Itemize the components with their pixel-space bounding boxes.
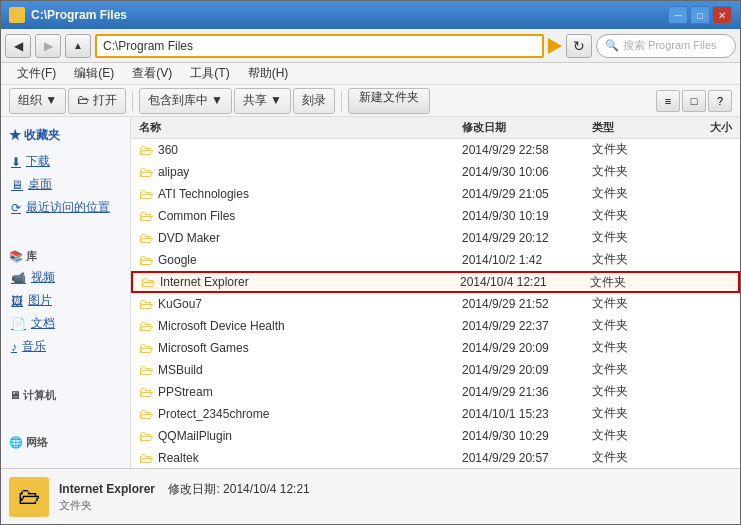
file-name-cell: 🗁 Common Files bbox=[139, 208, 462, 224]
sidebar-video-label: 视频 bbox=[31, 269, 55, 286]
up-button[interactable]: ▲ bbox=[65, 34, 91, 58]
col-size-header[interactable]: 大小 bbox=[672, 120, 732, 135]
file-date-cell: 2014/9/29 20:12 bbox=[462, 231, 592, 245]
status-selected-type: 文件夹 bbox=[59, 498, 310, 513]
file-date-cell: 2014/10/2 1:42 bbox=[462, 253, 592, 267]
file-name-cell: 🗁 Protect_2345chrome bbox=[139, 406, 462, 422]
file-name-text: PPStream bbox=[158, 385, 213, 399]
file-name-text: Microsoft Games bbox=[158, 341, 249, 355]
sidebar-desktop-label: 桌面 bbox=[28, 176, 52, 193]
sidebar-recent-label: 最近访问的位置 bbox=[26, 199, 110, 216]
file-date-cell: 2014/9/29 21:52 bbox=[462, 297, 592, 311]
music-icon: ♪ bbox=[11, 340, 17, 354]
file-type-cell: 文件夹 bbox=[592, 295, 672, 312]
sidebar-item-documents[interactable]: 📄 文档 bbox=[5, 312, 126, 335]
file-name-cell: 🗁 Microsoft Games bbox=[139, 340, 462, 356]
package-button[interactable]: 包含到库中 ▼ bbox=[139, 88, 232, 114]
file-type-cell: 文件夹 bbox=[592, 163, 672, 180]
file-type-cell: 文件夹 bbox=[592, 449, 672, 466]
sidebar-item-pictures[interactable]: 🖼 图片 bbox=[5, 289, 126, 312]
maximize-button[interactable]: □ bbox=[690, 6, 710, 24]
file-name-cell: 🗁 360 bbox=[139, 142, 462, 158]
search-placeholder: 搜索 Program Files bbox=[623, 38, 717, 53]
back-button[interactable]: ◀ bbox=[5, 34, 31, 58]
computer-section: 🖥 计算机 bbox=[5, 386, 126, 405]
col-type-header[interactable]: 类型 bbox=[592, 120, 672, 135]
file-date-cell: 2014/9/30 10:29 bbox=[462, 429, 592, 443]
table-row[interactable]: 🗁 QQMailPlugin 2014/9/30 10:29 文件夹 bbox=[131, 425, 740, 447]
file-list-header: 名称 修改日期 类型 大小 bbox=[131, 117, 740, 139]
file-type-cell: 文件夹 bbox=[592, 383, 672, 400]
help-button[interactable]: ? bbox=[708, 90, 732, 112]
network-title[interactable]: 🌐 网络 bbox=[5, 433, 126, 452]
organize-button[interactable]: 组织 ▼ bbox=[9, 88, 66, 114]
share-button[interactable]: 共享 ▼ bbox=[234, 88, 291, 114]
main-content: ★ 收藏夹 ⬇ 下载 🖥 桌面 ⟳ 最近访问的位置 📚 库 📹 bbox=[1, 117, 740, 468]
file-type-cell: 文件夹 bbox=[592, 207, 672, 224]
table-row[interactable]: 🗁 PPStream 2014/9/29 21:36 文件夹 bbox=[131, 381, 740, 403]
file-name-cell: 🗁 Google bbox=[139, 252, 462, 268]
nav-bar: ◀ ▶ ▲ C:\Program Files ↻ 🔍 搜索 Program Fi… bbox=[1, 29, 740, 63]
folder-icon: 🗁 bbox=[139, 450, 153, 466]
menu-edit[interactable]: 编辑(E) bbox=[66, 63, 122, 84]
file-type-cell: 文件夹 bbox=[592, 405, 672, 422]
address-bar-container: C:\Program Files bbox=[95, 34, 544, 58]
menu-bar: 文件(F) 编辑(E) 查看(V) 工具(T) 帮助(H) bbox=[1, 63, 740, 85]
file-name-text: Google bbox=[158, 253, 197, 267]
status-info: Internet Explorer 修改日期: 2014/10/4 12:21 … bbox=[59, 481, 310, 513]
favorites-title[interactable]: ★ 收藏夹 bbox=[5, 125, 126, 146]
forward-button[interactable]: ▶ bbox=[35, 34, 61, 58]
table-row[interactable]: 🗁 360 2014/9/29 22:58 文件夹 bbox=[131, 139, 740, 161]
table-row[interactable]: 🗁 Internet Explorer 2014/10/4 12:21 文件夹 bbox=[131, 271, 740, 293]
table-row[interactable]: 🗁 MSBuild 2014/9/29 20:09 文件夹 bbox=[131, 359, 740, 381]
file-type-cell: 文件夹 bbox=[592, 361, 672, 378]
sidebar-item-recent[interactable]: ⟳ 最近访问的位置 bbox=[5, 196, 126, 219]
file-name-text: Internet Explorer bbox=[160, 275, 249, 289]
table-row[interactable]: 🗁 DVD Maker 2014/9/29 20:12 文件夹 bbox=[131, 227, 740, 249]
table-row[interactable]: 🗁 alipay 2014/9/30 10:06 文件夹 bbox=[131, 161, 740, 183]
new-folder-button[interactable]: 新建文件夹 bbox=[348, 88, 430, 114]
file-name-cell: 🗁 QQMailPlugin bbox=[139, 428, 462, 444]
sidebar-item-desktop[interactable]: 🖥 桌面 bbox=[5, 173, 126, 196]
col-date-header[interactable]: 修改日期 bbox=[462, 120, 592, 135]
computer-title[interactable]: 🖥 计算机 bbox=[5, 386, 126, 405]
sidebar-item-video[interactable]: 📹 视频 bbox=[5, 266, 126, 289]
table-row[interactable]: 🗁 KuGou7 2014/9/29 21:52 文件夹 bbox=[131, 293, 740, 315]
table-row[interactable]: 🗁 Protect_2345chrome 2014/10/1 15:23 文件夹 bbox=[131, 403, 740, 425]
table-row[interactable]: 🗁 Google 2014/10/2 1:42 文件夹 bbox=[131, 249, 740, 271]
folder-icon: 🗁 bbox=[139, 296, 153, 312]
sidebar-item-music[interactable]: ♪ 音乐 bbox=[5, 335, 126, 358]
table-row[interactable]: 🗁 Realtek 2014/9/29 20:57 文件夹 bbox=[131, 447, 740, 468]
close-button[interactable]: ✕ bbox=[712, 6, 732, 24]
minimize-button[interactable]: ─ bbox=[668, 6, 688, 24]
refresh-button[interactable]: ↻ bbox=[566, 34, 592, 58]
sidebar-item-downloads[interactable]: ⬇ 下载 bbox=[5, 150, 126, 173]
menu-view[interactable]: 查看(V) bbox=[124, 63, 180, 84]
title-bar: C:\Program Files ─ □ ✕ bbox=[1, 1, 740, 29]
toolbar-divider-1 bbox=[132, 91, 133, 111]
file-date-cell: 2014/9/29 20:09 bbox=[462, 363, 592, 377]
folder-icon: 🗁 bbox=[139, 318, 153, 334]
burn-button[interactable]: 刻录 bbox=[293, 88, 335, 114]
file-list: 名称 修改日期 类型 大小 🗁 360 2014/9/29 22:58 文件夹 … bbox=[131, 117, 740, 468]
table-row[interactable]: 🗁 Microsoft Device Health 2014/9/29 22:3… bbox=[131, 315, 740, 337]
open-button[interactable]: 🗁 打开 bbox=[68, 88, 125, 114]
menu-help[interactable]: 帮助(H) bbox=[240, 63, 297, 84]
table-row[interactable]: 🗁 Common Files 2014/9/30 10:19 文件夹 bbox=[131, 205, 740, 227]
search-box[interactable]: 🔍 搜索 Program Files bbox=[596, 34, 736, 58]
menu-file[interactable]: 文件(F) bbox=[9, 63, 64, 84]
video-icon: 📹 bbox=[11, 271, 26, 285]
view-list-button[interactable]: ≡ bbox=[656, 90, 680, 112]
menu-tools[interactable]: 工具(T) bbox=[182, 63, 237, 84]
status-name: Internet Explorer 修改日期: 2014/10/4 12:21 bbox=[59, 481, 310, 498]
table-row[interactable]: 🗁 Microsoft Games 2014/9/29 20:09 文件夹 bbox=[131, 337, 740, 359]
table-row[interactable]: 🗁 ATI Technologies 2014/9/29 21:05 文件夹 bbox=[131, 183, 740, 205]
col-name-header[interactable]: 名称 bbox=[139, 120, 462, 135]
file-type-cell: 文件夹 bbox=[592, 427, 672, 444]
sidebar-documents-label: 文档 bbox=[31, 315, 55, 332]
address-bar[interactable]: C:\Program Files bbox=[95, 34, 544, 58]
file-name-cell: 🗁 PPStream bbox=[139, 384, 462, 400]
folder-icon: 🗁 bbox=[139, 164, 153, 180]
view-grid-button[interactable]: □ bbox=[682, 90, 706, 112]
libraries-title[interactable]: 📚 库 bbox=[5, 247, 126, 266]
